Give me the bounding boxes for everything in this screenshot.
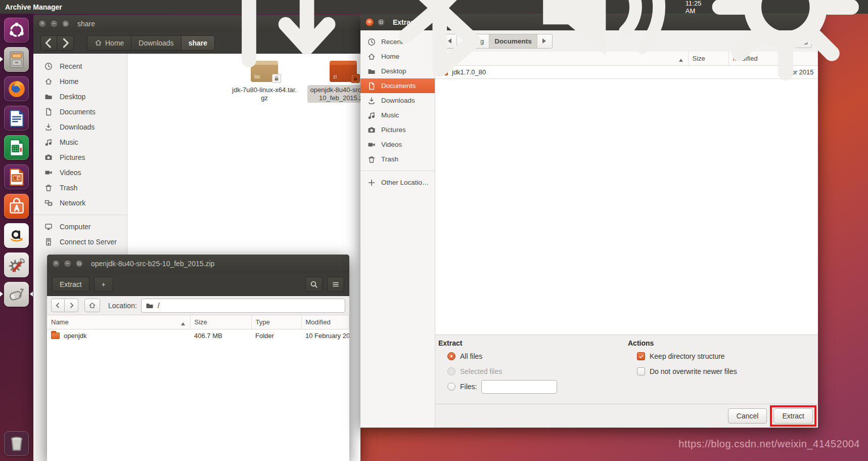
- sidebar-item-connect-server[interactable]: Connect to Server: [33, 234, 127, 249]
- menu-icon[interactable]: [327, 277, 344, 292]
- launcher-item-trash[interactable]: [4, 431, 29, 456]
- sidebar-item-trash[interactable]: Trash: [360, 152, 435, 166]
- launcher-item-writer[interactable]: [4, 106, 29, 131]
- music-icon: [368, 111, 376, 119]
- volume-icon[interactable]: [524, 0, 678, 84]
- location-bar: Location: /: [47, 296, 349, 315]
- extract-confirm-button[interactable]: Extract: [773, 408, 813, 424]
- launcher-item-amazon[interactable]: [4, 223, 29, 248]
- back-button[interactable]: [40, 35, 57, 51]
- session-gear-icon[interactable]: [708, 0, 863, 84]
- sidebar-item-downloads[interactable]: Downloads: [360, 93, 435, 108]
- sidebar-separator: [33, 215, 127, 215]
- extract-heading: Extract: [438, 339, 628, 347]
- trash-icon: [44, 184, 53, 192]
- sidebar-item-downloads[interactable]: Downloads: [33, 119, 127, 135]
- sidebar-item-computer[interactable]: Computer: [33, 219, 127, 234]
- close-icon[interactable]: ×: [52, 260, 60, 268]
- bluetooth-icon[interactable]: [362, 0, 517, 84]
- sidebar-item-music[interactable]: Music: [360, 108, 435, 122]
- sidebar-item-desktop[interactable]: Desktop: [33, 89, 127, 104]
- home-button[interactable]: [84, 299, 100, 312]
- checkbox-keep-structure[interactable]: Keep directory structure: [637, 351, 737, 361]
- actions-option-group: Actions Keep directory structure Do not …: [628, 339, 737, 397]
- launcher-item-software[interactable]: [4, 194, 29, 219]
- trash-bin-icon: [4, 431, 29, 456]
- launcher-item-settings[interactable]: [4, 253, 29, 277]
- sidebar-item-pictures[interactable]: Pictures: [33, 150, 127, 165]
- sidebar-item-home[interactable]: Home: [33, 74, 127, 89]
- breadcrumb-home[interactable]: Home: [87, 35, 131, 51]
- computer-icon: [44, 223, 53, 231]
- add-files-button[interactable]: +: [94, 277, 113, 292]
- minimize-icon[interactable]: −: [64, 260, 72, 268]
- forward-button[interactable]: [57, 35, 74, 51]
- archive-roller-icon: [4, 282, 29, 307]
- dialog-sidebar: Recent Home Desktop Documents Downloads …: [360, 30, 435, 428]
- sidebar-item-documents[interactable]: Documents: [33, 104, 127, 119]
- window-title: share: [77, 20, 95, 28]
- search-icon[interactable]: [305, 277, 323, 292]
- writer-icon: [4, 106, 29, 131]
- column-header-size[interactable]: Size: [190, 315, 251, 329]
- folder-icon: [146, 302, 154, 310]
- clock[interactable]: 11:25 AM: [686, 0, 702, 15]
- launcher-item-firefox[interactable]: [4, 76, 29, 101]
- maximize-icon[interactable]: [62, 20, 70, 28]
- close-icon[interactable]: ×: [38, 20, 47, 28]
- unity-launcher: [0, 14, 33, 461]
- radio-unselected-icon[interactable]: [447, 383, 455, 391]
- radio-all-files[interactable]: All files: [447, 351, 628, 361]
- archive-file-table: Name Size Type Modified openjdk 406.7 MB…: [47, 315, 349, 342]
- column-header-type[interactable]: Type: [251, 315, 301, 329]
- archive-toolbar: Extract +: [47, 273, 349, 296]
- checkbox-unchecked-icon[interactable]: [637, 367, 645, 375]
- firefox-icon: [4, 76, 29, 101]
- launcher-item-archive-manager[interactable]: [4, 282, 29, 307]
- column-header-name[interactable]: Name: [47, 315, 190, 329]
- file-list-empty-area[interactable]: [435, 78, 818, 334]
- breadcrumb-downloads[interactable]: Downloads: [131, 35, 181, 51]
- launcher-item-impress[interactable]: [4, 164, 29, 189]
- forward-button[interactable]: [65, 299, 78, 312]
- video-icon: [368, 141, 376, 149]
- sidebar-item-music[interactable]: Music: [33, 135, 127, 150]
- minimize-icon[interactable]: −: [50, 20, 58, 28]
- sidebar-item-videos[interactable]: Videos: [360, 137, 435, 152]
- radio-selected-files: Selected files: [447, 366, 628, 376]
- sidebar-item-other-locations[interactable]: Other Locatio…: [360, 175, 435, 190]
- checkbox-no-overwrite[interactable]: Do not overwrite newer files: [637, 366, 737, 376]
- location-value: /: [158, 302, 160, 310]
- archive-titlebar[interactable]: × − openjdk-8u40-src-b25-10_feb_2015.zip: [47, 255, 349, 273]
- location-input[interactable]: /: [141, 299, 345, 313]
- table-row-openjdk[interactable]: openjdk 406.7 MB Folder 10 February 2015…: [47, 329, 349, 342]
- radio-selected-icon[interactable]: [447, 352, 455, 360]
- sidebar-item-recent[interactable]: Recent: [33, 59, 127, 74]
- sidebar-item-trash[interactable]: Trash: [33, 180, 127, 195]
- launcher-item-files[interactable]: [4, 47, 29, 72]
- network-icon: [44, 199, 53, 207]
- back-button[interactable]: [51, 299, 65, 312]
- dialog-action-row: Cancel Extract: [435, 404, 818, 428]
- server-icon: [44, 238, 53, 246]
- checkbox-checked-icon[interactable]: [637, 352, 645, 360]
- sidebar-item-network[interactable]: Network: [33, 195, 127, 211]
- watermark-text: https://blog.csdn.net/weixin_41452004: [678, 438, 860, 450]
- cancel-button[interactable]: Cancel: [728, 408, 767, 424]
- files-pattern-input[interactable]: [481, 380, 557, 394]
- clock-icon: [44, 62, 53, 70]
- file-label: jdk-7u80-linux-x64.tar.gz: [229, 85, 300, 103]
- launcher-item-dash[interactable]: [4, 18, 29, 43]
- settings-icon: [4, 253, 29, 277]
- column-header-modified[interactable]: Modified: [301, 315, 349, 329]
- sidebar-item-pictures[interactable]: Pictures: [360, 122, 435, 137]
- extract-toolbar-button[interactable]: Extract: [52, 277, 89, 292]
- home-icon: [95, 39, 102, 47]
- ubuntu-cof-icon: [4, 18, 29, 43]
- folder-icon: [51, 332, 60, 339]
- network-transfer-icon[interactable]: [201, 0, 355, 84]
- maximize-icon[interactable]: [75, 260, 83, 268]
- launcher-item-calc[interactable]: [4, 135, 29, 160]
- radio-files[interactable]: Files:: [447, 382, 628, 392]
- sidebar-item-videos[interactable]: Videos: [33, 165, 127, 180]
